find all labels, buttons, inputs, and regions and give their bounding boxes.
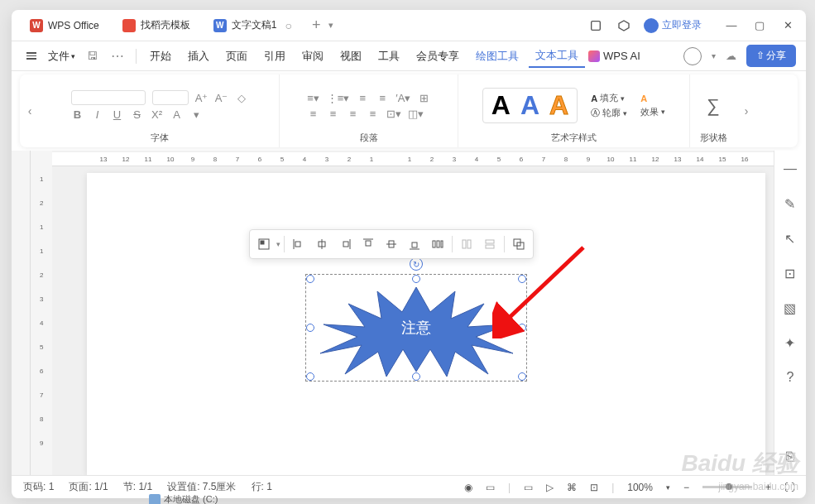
zoom-in-icon[interactable]: +	[765, 482, 771, 493]
equal-width-icon[interactable]	[456, 233, 477, 255]
app-tab-template[interactable]: 找稻壳模板	[111, 13, 202, 37]
menu-insert[interactable]: 插入	[181, 46, 216, 67]
new-tab-button[interactable]: +	[304, 17, 329, 34]
pen-icon[interactable]: ✎	[782, 195, 798, 212]
align-center-h-icon[interactable]	[311, 233, 333, 255]
italic-button[interactable]: I	[91, 108, 104, 121]
indent-right-icon[interactable]: ≡	[376, 92, 389, 104]
ribbon-scroll-right[interactable]: ›	[736, 74, 756, 147]
view-play-icon[interactable]: ▷	[546, 482, 554, 493]
ribbon-group-shapeformat[interactable]: ∑ 形状格	[690, 74, 736, 147]
align-middle-v-icon[interactable]	[381, 233, 402, 255]
cloud-icon[interactable]: ☁	[726, 50, 736, 62]
align-top-icon[interactable]	[357, 233, 379, 255]
status-section[interactable]: 节: 1/1	[123, 480, 152, 494]
selected-shape[interactable]: 注意	[310, 279, 522, 377]
menu-tools[interactable]: 工具	[372, 46, 406, 67]
search-icon[interactable]	[683, 47, 702, 65]
menu-start[interactable]: 开始	[143, 46, 178, 67]
wrap-inline-icon[interactable]	[253, 233, 275, 255]
wordart-style-1[interactable]: A	[491, 90, 511, 121]
menu-member[interactable]: 会员专享	[410, 46, 466, 67]
textdir-icon[interactable]: ′A▾	[396, 92, 410, 104]
close-button[interactable]: ✕	[776, 14, 799, 37]
wordart-style-2[interactable]: A	[520, 90, 539, 121]
equal-height-icon[interactable]	[479, 233, 501, 255]
align-right-icon[interactable]: ≡	[347, 108, 360, 120]
highlight-button[interactable]: ▾	[190, 108, 204, 121]
sort-icon[interactable]: ⊞	[417, 92, 430, 104]
wordart-gallery[interactable]: A A A	[482, 88, 578, 123]
shading-icon[interactable]: ◫▾	[408, 108, 424, 120]
align-justify-icon[interactable]: ≡	[367, 108, 380, 120]
style-icon[interactable]: ⊡	[782, 265, 798, 281]
thumbnail-panel[interactable]	[12, 151, 31, 475]
menu-view[interactable]: 视图	[333, 46, 368, 67]
text-effect-button[interactable]: A	[640, 94, 665, 103]
cursor-icon[interactable]: ↖	[782, 230, 798, 247]
document-page[interactable]: ▾	[87, 173, 765, 475]
dropdown-icon[interactable]: ▾	[712, 51, 716, 60]
help-icon[interactable]: ?	[782, 369, 798, 386]
settings-icon[interactable]: ⎘	[782, 449, 798, 465]
save-icon[interactable]: 🖫	[82, 50, 103, 62]
bullets-icon[interactable]: ≡▾	[307, 92, 320, 104]
status-line[interactable]: 行: 1	[252, 480, 272, 494]
fullscreen-icon[interactable]: ⛶	[784, 482, 794, 493]
fontsize-box[interactable]	[152, 90, 189, 105]
ribbon-scroll-left[interactable]: ‹	[20, 74, 40, 147]
minus-icon[interactable]: —	[782, 161, 798, 177]
shape-text[interactable]: 注意	[401, 318, 431, 338]
view-read-icon[interactable]: ▭	[486, 482, 495, 493]
fontname-box[interactable]	[71, 90, 146, 105]
bold-button[interactable]: B	[71, 108, 84, 121]
login-button[interactable]: 立即登录	[644, 18, 702, 33]
zoom-out-icon[interactable]: −	[683, 482, 689, 493]
align-center-icon[interactable]: ≡	[327, 108, 340, 120]
font-shrink-icon[interactable]: A⁻	[215, 92, 228, 104]
view-print-icon[interactable]: ▭	[524, 482, 533, 493]
menu-ai[interactable]: WPS AI	[588, 50, 640, 62]
status-pages[interactable]: 页面: 1/1	[69, 480, 108, 494]
group-icon[interactable]	[508, 233, 530, 255]
super-button[interactable]: X²	[151, 108, 164, 121]
zoom-slider[interactable]	[702, 486, 752, 488]
distribute-h-icon[interactable]	[427, 233, 448, 255]
menu-review[interactable]: 审阅	[295, 46, 330, 67]
align-left-icon[interactable]	[288, 233, 309, 255]
view-outline-icon[interactable]: ⊡	[590, 482, 598, 493]
status-setting[interactable]: 设置值: 7.5厘米	[167, 480, 236, 494]
titlebar-icon-1[interactable]	[587, 17, 604, 34]
tab-dropdown-icon[interactable]: ▾	[328, 20, 333, 31]
vertical-ruler[interactable]: 121 123 456 789	[31, 151, 51, 475]
hamburger-icon[interactable]	[22, 52, 41, 60]
align-right-icon[interactable]	[334, 233, 356, 255]
share-button[interactable]: ⇧分享	[746, 45, 796, 67]
rotate-handle[interactable]	[410, 257, 423, 271]
app-tab-wps[interactable]: W WPS Office	[18, 14, 111, 37]
indent-left-icon[interactable]: ≡	[356, 92, 369, 104]
align-bottom-icon[interactable]	[404, 233, 425, 255]
fontcolor-button[interactable]: A	[170, 108, 184, 121]
status-page[interactable]: 页码: 1	[23, 480, 54, 494]
numbering-icon[interactable]: ⋮≡▾	[327, 92, 350, 104]
text-effect-label[interactable]: 效果▾	[640, 106, 665, 118]
align-left-icon[interactable]: ≡	[307, 108, 320, 120]
strike-button[interactable]: S	[131, 108, 144, 121]
font-grow-icon[interactable]: A⁺	[195, 92, 209, 104]
horizontal-ruler[interactable]: 13121110987654321 1234567891011121314151…	[52, 152, 774, 166]
maximize-button[interactable]: ▢	[748, 14, 771, 37]
text-outline-button[interactable]: Ⓐ轮廓▾	[591, 107, 627, 119]
minimize-button[interactable]: —	[720, 14, 743, 37]
linespacing-icon[interactable]: ⊡▾	[386, 108, 401, 120]
menu-texttools[interactable]: 文本工具	[529, 45, 585, 68]
file-menu[interactable]: 文件▾	[45, 49, 79, 64]
view-eye-icon[interactable]: ◉	[464, 482, 472, 493]
wordart-style-3[interactable]: A	[549, 90, 568, 121]
menu-reference[interactable]: 引用	[257, 46, 292, 67]
zoom-value[interactable]: 100%	[627, 482, 653, 493]
app-tab-document[interactable]: W 文字文稿1 ○	[202, 13, 304, 37]
titlebar-icon-2[interactable]	[616, 17, 632, 34]
view-web-icon[interactable]: ⌘	[567, 482, 577, 493]
underline-button[interactable]: U	[111, 108, 124, 121]
